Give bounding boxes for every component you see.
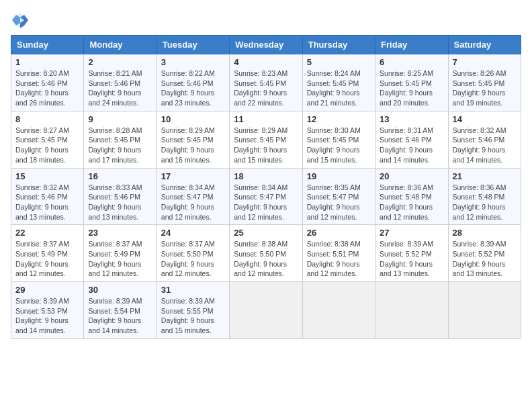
calendar-cell-27: 27Sunrise: 8:39 AMSunset: 5:52 PMDayligh…	[375, 225, 448, 282]
day-number: 19	[307, 171, 371, 181]
calendar-cell-18: 18Sunrise: 8:34 AMSunset: 5:47 PMDayligh…	[230, 168, 302, 225]
day-info: Sunrise: 8:34 AMSunset: 5:47 PMDaylight:…	[234, 183, 298, 222]
calendar-cell-6: 6Sunrise: 8:25 AMSunset: 5:45 PMDaylight…	[375, 54, 448, 111]
calendar-week-5: 29Sunrise: 8:39 AMSunset: 5:53 PMDayligh…	[11, 282, 521, 339]
day-number: 31	[161, 285, 225, 295]
day-number: 2	[88, 57, 152, 67]
day-number: 14	[453, 114, 517, 124]
calendar-cell-4: 4Sunrise: 8:23 AMSunset: 5:45 PMDaylight…	[230, 54, 302, 111]
day-number: 4	[234, 57, 298, 67]
day-info: Sunrise: 8:37 AMSunset: 5:49 PMDaylight:…	[15, 239, 79, 279]
logo	[11, 11, 32, 30]
day-info: Sunrise: 8:28 AMSunset: 5:45 PMDaylight:…	[88, 126, 152, 165]
calendar-cell-20: 20Sunrise: 8:36 AMSunset: 5:48 PMDayligh…	[375, 168, 448, 225]
day-number: 26	[307, 228, 371, 238]
day-number: 8	[15, 114, 79, 124]
calendar-cell-1: 1Sunrise: 8:20 AMSunset: 5:46 PMDaylight…	[11, 54, 84, 111]
day-info: Sunrise: 8:22 AMSunset: 5:46 PMDaylight:…	[161, 68, 225, 108]
calendar-cell-17: 17Sunrise: 8:34 AMSunset: 5:47 PMDayligh…	[157, 168, 229, 225]
calendar-cell-11: 11Sunrise: 8:29 AMSunset: 5:45 PMDayligh…	[230, 111, 302, 168]
calendar-cell-23: 23Sunrise: 8:37 AMSunset: 5:49 PMDayligh…	[84, 225, 157, 282]
day-number: 23	[88, 228, 152, 238]
calendar-cell-16: 16Sunrise: 8:33 AMSunset: 5:46 PMDayligh…	[84, 168, 157, 225]
day-info: Sunrise: 8:35 AMSunset: 5:47 PMDaylight:…	[307, 183, 371, 222]
day-info: Sunrise: 8:30 AMSunset: 5:45 PMDaylight:…	[307, 126, 371, 165]
day-number: 28	[453, 228, 517, 238]
calendar-cell-7: 7Sunrise: 8:26 AMSunset: 5:45 PMDaylight…	[448, 54, 521, 111]
day-number: 22	[15, 228, 79, 238]
calendar-cell-26: 26Sunrise: 8:38 AMSunset: 5:51 PMDayligh…	[302, 225, 375, 282]
calendar-cell-22: 22Sunrise: 8:37 AMSunset: 5:49 PMDayligh…	[11, 225, 84, 282]
day-info: Sunrise: 8:21 AMSunset: 5:46 PMDaylight:…	[88, 68, 152, 108]
day-number: 7	[453, 57, 517, 67]
day-info: Sunrise: 8:23 AMSunset: 5:45 PMDaylight:…	[234, 68, 298, 108]
day-number: 17	[161, 171, 225, 181]
day-number: 11	[234, 114, 298, 124]
day-number: 16	[88, 171, 152, 181]
col-thursday: Thursday	[302, 36, 375, 54]
col-monday: Monday	[84, 36, 157, 54]
calendar-cell-29: 29Sunrise: 8:39 AMSunset: 5:53 PMDayligh…	[11, 282, 84, 339]
day-info: Sunrise: 8:26 AMSunset: 5:45 PMDaylight:…	[453, 68, 517, 108]
col-saturday: Saturday	[448, 36, 521, 54]
day-number: 27	[380, 228, 443, 238]
calendar-cell-empty	[302, 282, 375, 339]
calendar-cell-13: 13Sunrise: 8:31 AMSunset: 5:46 PMDayligh…	[375, 111, 448, 168]
col-friday: Friday	[375, 36, 448, 54]
calendar-cell-14: 14Sunrise: 8:32 AMSunset: 5:46 PMDayligh…	[448, 111, 521, 168]
calendar-cell-9: 9Sunrise: 8:28 AMSunset: 5:45 PMDaylight…	[84, 111, 157, 168]
day-number: 18	[234, 171, 298, 181]
calendar-cell-3: 3Sunrise: 8:22 AMSunset: 5:46 PMDaylight…	[157, 54, 229, 111]
day-number: 13	[380, 114, 443, 124]
day-number: 1	[15, 57, 79, 67]
day-info: Sunrise: 8:39 AMSunset: 5:55 PMDaylight:…	[161, 296, 225, 336]
day-info: Sunrise: 8:39 AMSunset: 5:53 PMDaylight:…	[15, 296, 79, 336]
calendar-cell-2: 2Sunrise: 8:21 AMSunset: 5:46 PMDaylight…	[84, 54, 157, 111]
day-number: 5	[307, 57, 371, 67]
day-number: 3	[161, 57, 225, 67]
day-number: 10	[161, 114, 225, 124]
day-info: Sunrise: 8:34 AMSunset: 5:47 PMDaylight:…	[161, 183, 225, 222]
day-number: 24	[161, 228, 225, 238]
day-number: 21	[453, 171, 517, 181]
calendar-week-3: 15Sunrise: 8:32 AMSunset: 5:46 PMDayligh…	[11, 168, 521, 225]
day-number: 29	[15, 285, 79, 295]
day-info: Sunrise: 8:32 AMSunset: 5:46 PMDaylight:…	[15, 183, 79, 222]
calendar-week-2: 8Sunrise: 8:27 AMSunset: 5:45 PMDaylight…	[11, 111, 521, 168]
day-number: 15	[15, 171, 79, 181]
calendar-week-4: 22Sunrise: 8:37 AMSunset: 5:49 PMDayligh…	[11, 225, 521, 282]
calendar-cell-28: 28Sunrise: 8:39 AMSunset: 5:52 PMDayligh…	[448, 225, 521, 282]
day-info: Sunrise: 8:25 AMSunset: 5:45 PMDaylight:…	[380, 68, 443, 108]
calendar-cell-15: 15Sunrise: 8:32 AMSunset: 5:46 PMDayligh…	[11, 168, 84, 225]
day-info: Sunrise: 8:24 AMSunset: 5:45 PMDaylight:…	[307, 68, 371, 108]
day-info: Sunrise: 8:38 AMSunset: 5:50 PMDaylight:…	[234, 239, 298, 279]
calendar-cell-12: 12Sunrise: 8:30 AMSunset: 5:45 PMDayligh…	[302, 111, 375, 168]
calendar-cell-empty	[375, 282, 448, 339]
header	[11, 11, 521, 30]
day-number: 9	[88, 114, 152, 124]
day-number: 6	[380, 57, 443, 67]
calendar-cell-30: 30Sunrise: 8:39 AMSunset: 5:54 PMDayligh…	[84, 282, 157, 339]
calendar-cell-25: 25Sunrise: 8:38 AMSunset: 5:50 PMDayligh…	[230, 225, 302, 282]
day-info: Sunrise: 8:37 AMSunset: 5:49 PMDaylight:…	[88, 239, 152, 279]
calendar-cell-empty	[230, 282, 302, 339]
day-number: 20	[380, 171, 443, 181]
day-info: Sunrise: 8:39 AMSunset: 5:52 PMDaylight:…	[453, 239, 517, 279]
day-info: Sunrise: 8:31 AMSunset: 5:46 PMDaylight:…	[380, 126, 443, 165]
day-info: Sunrise: 8:20 AMSunset: 5:46 PMDaylight:…	[15, 68, 79, 108]
col-sunday: Sunday	[11, 36, 84, 54]
calendar-header-row: Sunday Monday Tuesday Wednesday Thursday…	[11, 36, 521, 54]
day-info: Sunrise: 8:37 AMSunset: 5:50 PMDaylight:…	[161, 239, 225, 279]
day-info: Sunrise: 8:29 AMSunset: 5:45 PMDaylight:…	[234, 126, 298, 165]
day-info: Sunrise: 8:38 AMSunset: 5:51 PMDaylight:…	[307, 239, 371, 279]
calendar-cell-empty	[448, 282, 521, 339]
col-tuesday: Tuesday	[157, 36, 229, 54]
day-info: Sunrise: 8:39 AMSunset: 5:54 PMDaylight:…	[88, 296, 152, 336]
day-number: 30	[88, 285, 152, 295]
calendar-cell-19: 19Sunrise: 8:35 AMSunset: 5:47 PMDayligh…	[302, 168, 375, 225]
day-info: Sunrise: 8:32 AMSunset: 5:46 PMDaylight:…	[453, 126, 517, 165]
calendar-cell-24: 24Sunrise: 8:37 AMSunset: 5:50 PMDayligh…	[157, 225, 229, 282]
day-info: Sunrise: 8:27 AMSunset: 5:45 PMDaylight:…	[15, 126, 79, 165]
day-info: Sunrise: 8:36 AMSunset: 5:48 PMDaylight:…	[453, 183, 517, 222]
calendar-table: Sunday Monday Tuesday Wednesday Thursday…	[11, 35, 521, 339]
